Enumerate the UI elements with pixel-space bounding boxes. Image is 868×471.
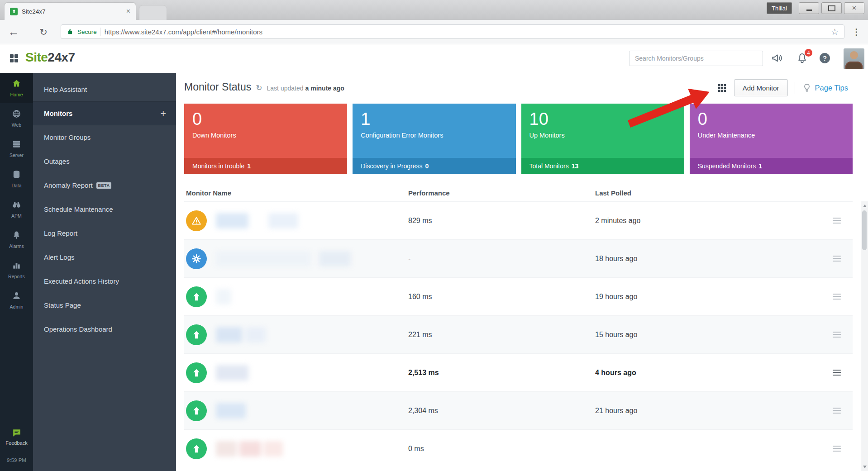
status-card-configuration-error-monitors[interactable]: 1 Configuration Error Monitors Discovery… <box>353 104 515 174</box>
redacted-monitor-name <box>216 213 298 228</box>
card-count: 1 <box>361 110 507 129</box>
monitor-row[interactable]: 0 ms <box>184 429 853 467</box>
status-cards: 0 Down Monitors Monitors in trouble 1 1 … <box>184 104 853 174</box>
close-button[interactable]: × <box>844 2 864 14</box>
card-footer-count: 1 <box>758 162 762 170</box>
monitor-row[interactable]: 829 ms 2 minutes ago <box>184 201 853 239</box>
card-footer-label: Total Monitors <box>529 162 569 170</box>
monitor-row[interactable]: 2,304 ms 21 hours ago <box>184 391 853 429</box>
rail-item-label: Server <box>10 152 24 158</box>
new-tab-button[interactable] <box>139 5 167 20</box>
tab-close-icon[interactable]: × <box>126 8 130 15</box>
rail-item-web[interactable]: Web <box>0 103 33 133</box>
monitor-row[interactable]: - 18 hours ago <box>184 239 853 277</box>
clock-time: 9:59 PM <box>7 457 26 463</box>
row-menu-icon[interactable] <box>833 294 841 300</box>
card-footer-count: 0 <box>425 162 429 170</box>
monitor-row[interactable]: 160 ms 19 hours ago <box>184 277 853 315</box>
sidebar-item-anomaly-report[interactable]: Anomaly Report BETA <box>33 173 176 197</box>
card-label: Configuration Error Monitors <box>361 132 507 139</box>
rail-item-apm[interactable]: APM <box>0 194 33 224</box>
svg-text:?: ? <box>823 54 827 62</box>
rail-item-label: Admin <box>10 304 24 309</box>
row-menu-icon[interactable] <box>833 256 841 262</box>
sidebar-item-schedule-maintenance[interactable]: Schedule Maintenance <box>33 197 176 221</box>
sidebar-item-alert-logs[interactable]: Alert Logs <box>33 245 176 269</box>
workspace: Home Web Server Data APM Alarms <box>0 73 868 471</box>
card-label: Down Monitors <box>192 132 339 139</box>
row-menu-icon[interactable] <box>833 408 841 414</box>
back-button[interactable]: ← <box>5 20 23 44</box>
monitor-status-icon <box>186 400 207 421</box>
search-input[interactable] <box>629 51 763 66</box>
help-icon[interactable]: ? <box>819 52 831 64</box>
monitor-row[interactable]: 221 ms 15 hours ago <box>184 315 853 353</box>
browser-menu-icon[interactable]: ⋮ <box>852 20 861 44</box>
announcements-icon[interactable] <box>771 52 783 64</box>
maximize-button[interactable] <box>821 2 842 14</box>
sidebar-item-monitor-groups[interactable]: Monitor Groups <box>33 125 176 149</box>
card-footer-label: Monitors in trouble <box>192 162 244 170</box>
profile-name-badge[interactable]: Thillai <box>767 2 792 14</box>
sidebar-item-log-report[interactable]: Log Report <box>33 221 176 245</box>
status-card-up-monitors[interactable]: 10 Up Monitors Total Monitors 13 <box>521 104 684 174</box>
user-avatar[interactable] <box>844 48 864 69</box>
feedback-label: Feedback <box>5 440 27 446</box>
sidebar-item-status-page[interactable]: Status Page <box>33 293 176 317</box>
refresh-button[interactable]: ↻ <box>34 20 52 44</box>
rail-icon <box>12 170 21 181</box>
bookmark-star-icon[interactable]: ☆ <box>831 27 839 37</box>
sidebar-item-outages[interactable]: Outages <box>33 149 176 173</box>
rail-icon <box>12 109 21 120</box>
redacted-monitor-name <box>216 327 266 343</box>
feedback-button[interactable]: Feedback <box>5 428 27 446</box>
scrollbar-thumb[interactable] <box>862 210 867 250</box>
secure-lock-icon <box>67 28 74 35</box>
app-grid-icon[interactable] <box>8 52 20 64</box>
vertical-scrollbar[interactable] <box>861 201 868 471</box>
scroll-down-arrow[interactable] <box>861 463 868 470</box>
rail-item-alarms[interactable]: Alarms <box>0 224 33 255</box>
monitor-status-icon <box>186 248 207 269</box>
address-separator <box>100 28 101 36</box>
browser-tab[interactable]: Site24x7 × <box>5 3 136 20</box>
table-rows: 829 ms 2 minutes ago - 18 hours ago <box>184 201 853 467</box>
site24x7-logo[interactable]: Site24x7 <box>25 50 75 65</box>
monitor-row[interactable]: 2,513 ms 4 hours ago <box>184 353 853 391</box>
rail-item-admin[interactable]: Admin <box>0 285 33 315</box>
row-menu-icon[interactable] <box>833 218 841 224</box>
rail-item-label: Data <box>11 183 21 188</box>
performance-value: 2,304 ms <box>408 407 595 415</box>
performance-value: 829 ms <box>408 217 595 225</box>
row-menu-icon[interactable] <box>833 370 841 376</box>
card-count: 0 <box>192 110 339 129</box>
status-card-under-maintenance[interactable]: 0 Under Maintenance Suspended Monitors 1 <box>690 104 853 174</box>
add-monitor-button[interactable]: Add Monitor <box>734 79 788 96</box>
sidebar-item-help-assistant[interactable]: Help Assistant <box>33 77 176 101</box>
minimize-button[interactable] <box>799 2 819 14</box>
rail-item-server[interactable]: Server <box>0 133 33 164</box>
rail-item-label: Web <box>12 122 21 128</box>
main-content: Monitor Status ↻ Last updateda minute ag… <box>176 73 868 471</box>
status-card-down-monitors[interactable]: 0 Down Monitors Monitors in trouble 1 <box>184 104 347 174</box>
card-footer-label: Suspended Monitors <box>698 162 756 170</box>
add-monitor-plus-icon[interactable]: + <box>160 108 166 119</box>
rail-item-home[interactable]: Home <box>0 73 33 103</box>
redacted-monitor-name <box>216 251 351 266</box>
notifications-bell-icon[interactable]: 4 <box>796 52 808 64</box>
rail-item-reports[interactable]: Reports <box>0 255 33 285</box>
sidebar-item-executed-actions-history[interactable]: Executed Actions History <box>33 269 176 293</box>
page-tips-link[interactable]: Page Tips <box>802 83 848 93</box>
address-bar[interactable]: Secure https://www.site24x7.com/app/clie… <box>61 24 844 39</box>
redacted-monitor-name <box>216 289 231 304</box>
scroll-up-arrow[interactable] <box>861 202 868 209</box>
row-menu-icon[interactable] <box>833 332 841 338</box>
refresh-status-icon[interactable]: ↻ <box>256 83 262 93</box>
sidebar-item-label: Status Page <box>44 301 81 309</box>
row-menu-icon[interactable] <box>833 446 841 452</box>
card-footer-count: 1 <box>247 162 251 170</box>
rail-item-data[interactable]: Data <box>0 164 33 194</box>
view-grid-icon[interactable] <box>717 83 727 93</box>
sidebar-item-monitors[interactable]: Monitors + <box>33 101 176 125</box>
sidebar-item-operations-dashboard[interactable]: Operations Dashboard <box>33 317 176 341</box>
